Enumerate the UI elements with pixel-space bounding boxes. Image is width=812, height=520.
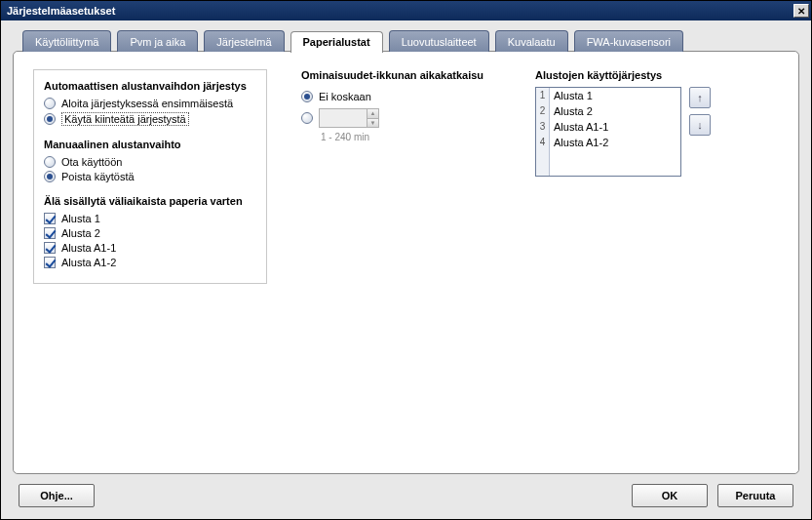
tab-output[interactable]: Luovutuslaitteet	[389, 30, 489, 52]
arrow-down-icon: ↓	[697, 119, 703, 131]
radio-fixed-order-label: Käytä kiinteätä järjestystä	[61, 112, 189, 126]
move-down-button[interactable]: ↓	[689, 114, 711, 136]
manual-switch-title: Manuaalinen alustanvaihto	[44, 139, 256, 150]
radio-icon	[44, 156, 56, 168]
auto-switch-title: Automaattisen alustanvaihdon järjestys	[44, 80, 256, 92]
row-num: 1	[536, 88, 549, 103]
list-item[interactable]: Alusta 2	[550, 103, 680, 119]
exclude-title: Älä sisällytä väliaikaista paperia varte…	[44, 195, 256, 207]
right-column: Alustojen käyttöjärjestys 1 2 3 4 Alusta…	[535, 69, 779, 456]
check-tray-2[interactable]: Alusta 2	[44, 227, 256, 239]
list-item[interactable]: Alusta 1	[550, 88, 680, 103]
radio-manual-disable[interactable]: Poista käytöstä	[44, 171, 256, 182]
order-row-numbers: 1 2 3 4	[536, 88, 550, 176]
order-items: Alusta 1 Alusta 2 Alusta A1-1 Alusta A1-…	[550, 88, 680, 176]
spinner-up-icon[interactable]: ▲	[367, 109, 378, 119]
list-item[interactable]: Alusta A1-1	[550, 119, 680, 135]
radio-start-first[interactable]: Aloita järjestyksessä ensimmäisestä	[44, 98, 256, 109]
radio-manual-enable[interactable]: Ota käyttöön	[44, 156, 256, 168]
order-move-buttons: ↑ ↓	[689, 87, 711, 177]
radio-manual-enable-label: Ota käyttöön	[61, 156, 122, 168]
tab-quality[interactable]: Kuvalaatu	[495, 30, 568, 52]
row-num: 4	[536, 135, 549, 150]
settings-window: Järjestelmäasetukset ✕ Käyttöliittymä Pv…	[0, 0, 812, 520]
timeout-input[interactable]	[320, 109, 367, 127]
tab-trays[interactable]: Paperialustat	[290, 31, 383, 53]
radio-timeout-value[interactable]	[301, 112, 313, 124]
tab-datetime[interactable]: Pvm ja aika	[117, 30, 198, 52]
timeout-spinner[interactable]: ▲ ▼	[319, 108, 379, 128]
tab-system[interactable]: Järjestelmä	[204, 30, 284, 52]
radio-fixed-order[interactable]: Käytä kiinteätä järjestystä	[44, 112, 256, 126]
left-column: Automaattisen alustanvaihdon järjestys A…	[33, 69, 272, 456]
order-wrap: 1 2 3 4 Alusta 1 Alusta 2 Alusta A1-1 Al…	[535, 87, 779, 177]
tab-fwa[interactable]: FWA-kuvasensori	[574, 30, 683, 52]
check-tray-1[interactable]: Alusta 1	[44, 213, 256, 224]
middle-column: Ominaisuudet-ikkunan aikakatkaisu Ei kos…	[301, 69, 506, 456]
radio-icon	[44, 98, 56, 109]
check-tray-1-label: Alusta 1	[61, 213, 100, 224]
checkbox-icon	[44, 242, 56, 254]
tab-strip: Käyttöliittymä Pvm ja aika Järjestelmä P…	[22, 30, 799, 52]
radio-icon	[44, 113, 56, 125]
radio-icon	[44, 171, 56, 182]
radio-icon	[301, 91, 313, 102]
tab-ui[interactable]: Käyttöliittymä	[22, 30, 111, 52]
check-tray-a11-label: Alusta A1-1	[61, 242, 116, 254]
timeout-title: Ominaisuudet-ikkunan aikakatkaisu	[301, 69, 506, 81]
radio-start-first-label: Aloita järjestyksessä ensimmäisestä	[61, 98, 233, 109]
help-button[interactable]: Ohje...	[19, 484, 95, 507]
order-title: Alustojen käyttöjärjestys	[535, 69, 779, 81]
radio-timeout-value-row: ▲ ▼	[301, 108, 506, 128]
row-num: 2	[536, 103, 549, 119]
titlebar: Järjestelmäasetukset ✕	[1, 1, 811, 20]
checkbox-icon	[44, 257, 56, 268]
radio-timeout-never-label: Ei koskaan	[319, 91, 371, 102]
list-item[interactable]: Alusta A1-2	[550, 135, 680, 150]
row-num: 3	[536, 119, 549, 135]
radio-timeout-never[interactable]: Ei koskaan	[301, 91, 506, 102]
move-up-button[interactable]: ↑	[689, 87, 711, 108]
options-group: Automaattisen alustanvaihdon järjestys A…	[33, 69, 267, 284]
checkbox-icon	[44, 213, 56, 224]
check-tray-a11[interactable]: Alusta A1-1	[44, 242, 256, 254]
content-area: Käyttöliittymä Pvm ja aika Järjestelmä P…	[1, 20, 811, 519]
tab-panel: Automaattisen alustanvaihdon järjestys A…	[13, 51, 799, 474]
dialog-footer: Ohje... OK Peruuta	[13, 474, 799, 511]
cancel-button[interactable]: Peruuta	[717, 484, 793, 507]
ok-button[interactable]: OK	[632, 484, 708, 507]
timeout-hint: 1 - 240 min	[321, 132, 506, 142]
arrow-up-icon: ↑	[697, 92, 703, 103]
spinner-down-icon[interactable]: ▼	[367, 119, 378, 128]
close-button[interactable]: ✕	[793, 4, 809, 18]
checkbox-icon	[44, 227, 56, 239]
radio-manual-disable-label: Poista käytöstä	[61, 171, 135, 182]
check-tray-a12-label: Alusta A1-2	[61, 257, 116, 268]
check-tray-2-label: Alusta 2	[61, 227, 100, 239]
check-tray-a12[interactable]: Alusta A1-2	[44, 257, 256, 268]
footer-right: OK Peruuta	[632, 484, 793, 507]
tray-order-list[interactable]: 1 2 3 4 Alusta 1 Alusta 2 Alusta A1-1 Al…	[535, 87, 681, 177]
spinner-buttons: ▲ ▼	[367, 109, 378, 127]
window-title: Järjestelmäasetukset	[7, 5, 115, 17]
close-icon: ✕	[797, 6, 805, 17]
